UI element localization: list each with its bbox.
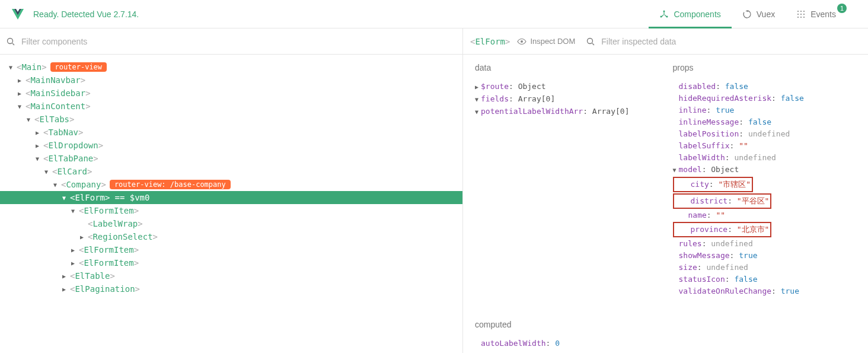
prop-row-city[interactable]: city: "市辖区" [673,176,857,193]
tree-node-mainnavbar[interactable]: ▶<MainNavbar> [0,74,462,87]
prop-row-$route[interactable]: ▶ $route: Object [475,81,659,93]
expand-arrow-icon[interactable]: ▶ [34,129,41,136]
prop-row-model[interactable]: ▼ model: Object [673,164,857,176]
tree-node-main[interactable]: ▼<Main>router-view [0,61,462,74]
filter-components-input[interactable] [21,37,457,46]
expand-arrow-icon[interactable]: ▶ [78,234,85,240]
svg-point-5 [803,11,805,12]
svg-point-8 [803,14,805,15]
tree-node-eltable[interactable]: ▶<ElTable> [0,269,462,282]
tree-node-elformitem[interactable]: ▶<ElFormItem> [0,256,462,269]
component-tag: <Company> [61,180,106,189]
expand-arrow-icon[interactable]: ▶ [16,90,23,97]
tab-label: Vuex [757,9,775,19]
component-tag: <ElTabs> [34,115,74,124]
prop-row-fields[interactable]: ▼ fields: Array[0] [475,93,659,106]
prop-row-showMessage[interactable]: showMessage: true [673,250,857,262]
expand-arrow-icon[interactable]: ▶ [34,142,41,149]
highlighted-prop: city: "市辖区" [673,177,754,192]
nav-tabs: Components Vuex Events 1 [649,0,857,28]
tree-node-elcard[interactable]: ▼<ElCard> [0,165,462,178]
tree-node-eltabs[interactable]: ▼<ElTabs> [0,113,462,126]
inspector-pane: <ElForm> Inspect DOM data ▶ $route: Obje… [463,28,868,353]
eye-icon [517,37,526,46]
prop-row-validateOnRuleChange[interactable]: validateOnRuleChange: true [673,285,857,297]
prop-row-hideRequiredAsterisk[interactable]: hideRequiredAsterisk: false [673,93,857,104]
component-tag: <ElFormItem> [79,206,139,215]
prop-row-statusIcon[interactable]: statusIcon: false [673,274,857,285]
expand-arrow-icon[interactable]: ▼ [60,195,68,201]
expand-arrow-icon[interactable]: ▼ [25,116,32,123]
expand-arrow-icon[interactable]: ▼ [16,103,23,110]
section-title-computed: computed [475,320,659,329]
prop-row-rules[interactable]: rules: undefined [673,238,857,250]
prop-row-autoLabelWidth[interactable]: autoLabelWidth: 0 [475,338,659,349]
tree-node-eldropdown[interactable]: ▶<ElDropdown> [0,139,462,152]
expand-arrow-icon[interactable]: ▼ [52,182,59,188]
highlighted-prop: district: "平谷区" [673,193,772,209]
tree-node-mainsidebar[interactable]: ▶<MainSidebar> [0,87,462,100]
component-tree-pane: ▼<Main>router-view▶<MainNavbar>▶<MainSid… [0,28,463,353]
tab-components[interactable]: Components [649,0,731,28]
prop-row-inline[interactable]: inline: true [673,104,857,116]
tree-node-eltabpane[interactable]: ▼<ElTabPane> [0,152,462,165]
tree-node-labelwrap[interactable]: <LabelWrap> [0,217,462,230]
header-bar: Ready. Detected Vue 2.7.14. Components V… [0,0,868,28]
expand-arrow-icon[interactable]: ▶ [60,286,68,292]
expand-arrow-icon[interactable]: ▼ [7,64,14,71]
prop-row-potentialLabelWidthArr[interactable]: ▼ potentialLabelWidthArr: Array[0] [475,106,659,118]
tab-events[interactable]: Events 1 [786,0,857,28]
prop-row-size[interactable]: size: undefined [673,262,857,274]
tree-node-elform[interactable]: ▼<ElForm> == $vm0 [0,191,462,204]
expand-arrow-icon[interactable]: ▶ [16,77,23,84]
inspect-dom-label: Inspect DOM [530,37,575,46]
svg-point-9 [797,17,799,18]
prop-row-labelSuffix[interactable]: labelSuffix: "" [673,140,857,152]
prop-row-inlineMessage[interactable]: inlineMessage: false [673,116,857,128]
component-tree: ▼<Main>router-view▶<MainNavbar>▶<MainSid… [0,55,462,353]
tree-node-regionselect[interactable]: ▶<RegionSelect> [0,230,462,243]
svg-point-14 [588,38,593,43]
component-tag: <ElFormItem> [79,245,139,255]
expand-arrow-icon[interactable]: ▼ [69,208,76,214]
tree-node-maincontent[interactable]: ▼<MainContent> [0,100,462,113]
component-tag: <ElDropdown> [43,141,103,150]
expand-arrow-icon[interactable]: ▼ [43,168,50,175]
events-icon [796,9,806,19]
detail-right-column: props disabled: falsehideRequiredAsteris… [673,63,857,345]
tree-node-company[interactable]: ▼<Company>router-view: /base-company [0,178,462,191]
tree-node-elpagination[interactable]: ▶<ElPagination> [0,282,462,295]
prop-row-name[interactable]: name: "" [673,209,857,221]
expand-arrow-icon[interactable]: ▶ [60,273,68,279]
events-badge: 1 [837,4,847,13]
tree-node-tabnav[interactable]: ▶<TabNav> [0,126,462,139]
filter-inspected-input[interactable] [601,37,696,46]
tab-vuex[interactable]: Vuex [732,0,786,28]
svg-point-12 [8,38,13,43]
expand-arrow-icon[interactable]: ▶ [69,247,76,253]
component-tag: <TabNav> [43,128,83,137]
tree-node-elformitem[interactable]: ▶<ElFormItem> [0,243,462,256]
section-title-props: props [673,63,857,72]
component-tag: <ElPagination> [70,284,140,294]
svg-point-7 [800,14,802,15]
component-tag: <MainSidebar> [25,88,91,98]
prop-row-labelPosition[interactable]: labelPosition: undefined [673,128,857,140]
router-view-badge: router-view: /base-company [110,180,231,189]
component-tag: <ElTabPane> [43,154,98,163]
prop-row-disabled[interactable]: disabled: false [673,81,857,93]
prop-row-labelWidth[interactable]: labelWidth: undefined [673,152,857,164]
expand-arrow-icon[interactable]: ▶ [69,260,76,266]
search-icon [6,37,15,46]
component-tag: <Main> [17,62,47,72]
tree-node-elformitem[interactable]: ▼<ElFormItem> [0,204,462,217]
prop-row-province[interactable]: province: "北京市" [673,221,857,238]
component-tag: <LabelWrap> [88,219,143,228]
expand-arrow-icon[interactable]: ▼ [34,155,41,162]
prop-row-district[interactable]: district: "平谷区" [673,193,857,209]
svg-point-11 [803,17,805,18]
status-text: Ready. Detected Vue 2.7.14. [33,9,139,19]
tab-label: Components [674,9,720,19]
inspect-dom-button[interactable]: Inspect DOM [517,37,575,46]
router-view-badge: router-view [50,62,107,72]
